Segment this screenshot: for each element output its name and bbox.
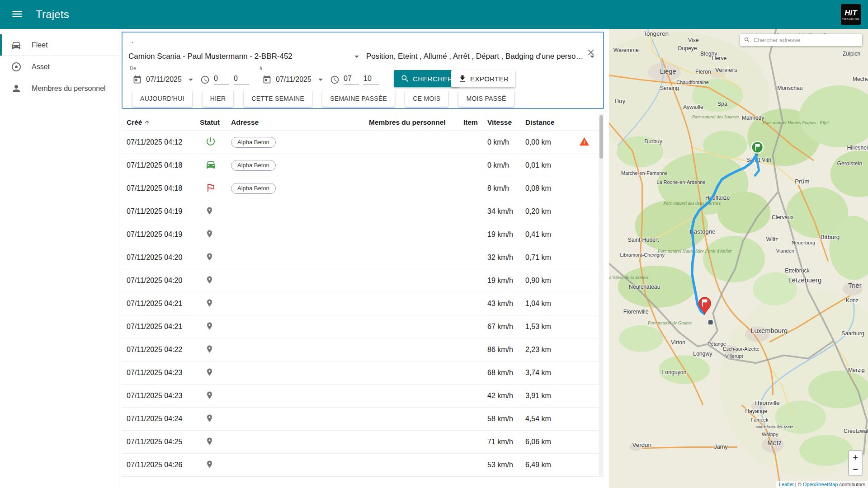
- search-button[interactable]: CHERCHER: [394, 70, 459, 87]
- to-hour-input[interactable]: 07: [344, 75, 359, 84]
- zoom-in-button[interactable]: +: [849, 451, 862, 463]
- cell-status: [200, 345, 231, 355]
- menu-button[interactable]: [9, 7, 25, 22]
- cell-created: 07/11/2025 04:26: [127, 461, 200, 469]
- page-title: Trajets: [36, 8, 69, 21]
- close-icon: [586, 47, 596, 57]
- table-row[interactable]: 07/11/2025 04:23 42 km/h 3,91 km: [122, 385, 604, 408]
- sidebar: Fleet Asset Membres du personnel: [0, 29, 119, 488]
- map-city-label: Merzig: [848, 367, 865, 373]
- hamburger-icon: [11, 8, 24, 20]
- address-chip[interactable]: Alpha Beton: [231, 183, 276, 194]
- cell-distance: 0,08 km: [525, 184, 573, 192]
- map-city-label: Chaudfontaine: [676, 80, 709, 85]
- export-button[interactable]: EXPORTER: [451, 70, 515, 87]
- from-minute-input[interactable]: 0: [234, 75, 249, 84]
- to-minute-input[interactable]: 10: [363, 75, 379, 84]
- cell-distance: 0,00 km: [525, 138, 573, 146]
- map-city-label: Virton: [671, 339, 685, 346]
- map[interactable]: Parc naturel des Hautes-FagnesParc natur…: [609, 29, 868, 488]
- scrollbar-thumb[interactable]: [599, 115, 603, 159]
- table-row[interactable]: 07/11/2025 04:25 71 km/h 6,06 km: [122, 431, 604, 454]
- clock-icon[interactable]: [200, 75, 210, 84]
- address-chip[interactable]: Alpha Beton: [231, 137, 276, 148]
- quick-filter-button[interactable]: CETTE SEMAINE: [244, 90, 312, 107]
- trips-table-body: 07/11/2025 04:12 Alpha Beton 0 km/h 0,00…: [122, 131, 604, 479]
- warning-icon[interactable]: [579, 136, 590, 147]
- column-header-created[interactable]: Créé: [127, 118, 200, 127]
- quick-filter-button[interactable]: AUJOURD'HUI: [132, 90, 192, 107]
- quick-filter-button[interactable]: MOIS PASSÉ: [458, 90, 514, 107]
- map-city-label: Monschau: [777, 85, 802, 91]
- column-header-members[interactable]: Membres du personnel: [369, 118, 463, 127]
- calendar-icon[interactable]: [132, 75, 142, 84]
- status-icon: [205, 253, 214, 261]
- map-city-label: Longuyon: [662, 369, 687, 375]
- sidebar-item-personnel[interactable]: Membres du personnel: [0, 78, 119, 99]
- table-row[interactable]: 07/11/2025 04:26 53 km/h 6,49 km: [122, 454, 604, 477]
- cell-speed: 0 km/h: [487, 161, 525, 169]
- table-row[interactable]: 07/11/2025 04:19 19 km/h 0,41 km: [122, 223, 604, 246]
- osm-link[interactable]: OpenStreetMap: [803, 482, 838, 487]
- close-filter-button[interactable]: [585, 47, 597, 59]
- table-row[interactable]: 07/11/2025 04:18 Alpha Beton 0 km/h 0,01…: [122, 154, 604, 177]
- cell-distance: 2,23 km: [525, 346, 573, 354]
- events-select-value: Position, Eteint , Allumé , Arrêt , Dépa…: [366, 52, 585, 61]
- address-chip[interactable]: Alpha Beton: [231, 160, 276, 171]
- table-row[interactable]: 07/11/2025 04:24 58 km/h 4,54 km: [122, 408, 604, 431]
- table-row[interactable]: 07/11/2025 04:18 Alpha Beton 8 km/h 0,08…: [122, 177, 604, 200]
- table-row[interactable]: 07/11/2025 04:20 19 km/h 0,90 km: [122, 269, 604, 292]
- search-icon: [744, 37, 750, 43]
- table-row[interactable]: 07/11/2025 04:21 43 km/h 1,04 km: [122, 292, 604, 315]
- hit-tracking-logo: HiT TRACKING: [841, 4, 861, 25]
- cell-status: [200, 206, 231, 217]
- chevron-down-icon[interactable]: [318, 79, 323, 81]
- map-city-label: Longwy: [693, 351, 712, 357]
- events-select[interactable]: Position, Eteint , Allumé , Arrêt , Dépa…: [366, 51, 594, 62]
- map-canvas[interactable]: Parc naturel des Hautes-FagnesParc natur…: [609, 29, 868, 488]
- leaflet-link[interactable]: Leaflet: [779, 482, 794, 487]
- cell-distance: 1,04 km: [525, 300, 573, 308]
- sidebar-item-asset[interactable]: Asset: [0, 56, 119, 78]
- column-header-address[interactable]: Adresse: [231, 118, 369, 127]
- sidebar-item-fleet[interactable]: Fleet: [0, 34, 119, 56]
- cell-speed: 58 km/h: [487, 415, 525, 423]
- table-row[interactable]: 07/11/2025 04:19 34 km/h 0,20 km: [122, 200, 604, 223]
- chevron-down-icon[interactable]: [189, 79, 193, 81]
- column-header-distance[interactable]: Distance: [525, 118, 573, 127]
- map-city-label: Verviers: [715, 66, 737, 73]
- map-search[interactable]: [740, 34, 862, 46]
- map-city-label: Huy: [614, 98, 625, 104]
- from-hour-input[interactable]: 0: [214, 75, 229, 84]
- cell-status: [200, 437, 231, 447]
- column-header-speed[interactable]: Vitesse: [487, 118, 525, 127]
- cell-speed: 43 km/h: [487, 300, 525, 308]
- table-row[interactable]: 07/11/2025 04:20 32 km/h 0,71 km: [122, 246, 604, 269]
- vertical-scrollbar[interactable]: [599, 114, 604, 477]
- from-date-input[interactable]: 07/11/2025: [146, 75, 189, 84]
- map-city-label: Marche-en-Famenne: [621, 170, 668, 176]
- quick-filter-button[interactable]: HIER: [203, 90, 234, 107]
- calendar-icon[interactable]: [262, 75, 272, 84]
- attribution-separator: | ©: [794, 482, 803, 487]
- table-row[interactable]: 07/11/2025 04:22 86 km/h 2,23 km: [122, 338, 604, 361]
- table-row[interactable]: 07/11/2025 04:21 67 km/h 1,53 km: [122, 315, 604, 338]
- to-date-input[interactable]: 07/11/2025: [276, 75, 318, 84]
- column-header-status[interactable]: Statut: [200, 118, 231, 127]
- map-city-label: Herve: [712, 55, 727, 61]
- cell-status: [200, 159, 231, 172]
- map-search-input[interactable]: [754, 37, 859, 43]
- quick-filter-button[interactable]: CE MOIS: [405, 90, 448, 107]
- vehicle-select[interactable]: - * Camion Scania - Paul Mustermann - 2-…: [128, 51, 359, 62]
- cell-distance: 0,20 km: [525, 207, 573, 216]
- column-header-item[interactable]: Item: [463, 118, 487, 127]
- status-icon: [205, 230, 214, 238]
- clock-icon[interactable]: [330, 75, 340, 84]
- table-row[interactable]: 07/11/2025 04:23 68 km/h 3,74 km: [122, 361, 604, 385]
- table-row[interactable]: 07/11/2025 04:12 Alpha Beton 0 km/h 0,00…: [122, 131, 604, 154]
- map-city-label: Trier: [848, 282, 862, 289]
- quick-filter-button[interactable]: SEMAINE PASSÉE: [322, 90, 395, 107]
- zoom-out-button[interactable]: −: [849, 463, 862, 475]
- cell-created: 07/11/2025 04:20: [127, 277, 200, 285]
- quick-filters: AUJOURD'HUIHIERCETTE SEMAINESEMAINE PASS…: [132, 90, 514, 107]
